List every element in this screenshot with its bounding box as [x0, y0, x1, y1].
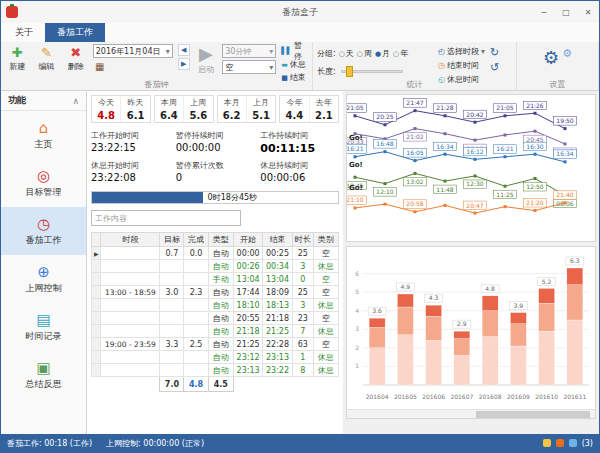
select-period-dropdown[interactable]: ◴ 选择时段 ▾	[438, 46, 485, 57]
tray-icon-orange[interactable]	[556, 439, 564, 447]
clock-icon: ◴	[438, 47, 445, 56]
table-row[interactable]: 13:00 - 18:593.02.3自动17:4418:0925空	[92, 286, 339, 299]
svg-text:20:42: 20:42	[466, 111, 483, 118]
row-selector[interactable]	[92, 260, 101, 273]
cell-done	[184, 299, 208, 312]
radio-week[interactable]: ○周	[357, 48, 372, 59]
sidebar-item-goals[interactable]: ◎ 目标管理	[1, 159, 86, 207]
svg-text:5.2: 5.2	[542, 278, 552, 285]
chart-scrollbar[interactable]	[347, 409, 595, 418]
column-header[interactable]: 时长	[292, 233, 313, 247]
prev-day-button[interactable]: ◀	[178, 44, 190, 56]
row-selector[interactable]	[92, 286, 101, 299]
sidebar-item-internet-control[interactable]: ⊕ 上网控制	[1, 255, 86, 303]
svg-text:21:40: 21:40	[556, 191, 573, 198]
table-row[interactable]: 自动00:2600:343休息	[92, 260, 339, 273]
cell-period	[101, 312, 160, 325]
row-selector[interactable]	[92, 299, 101, 312]
cell-done	[184, 260, 208, 273]
sidebar-item-pomodoro-work[interactable]: ◷ 番茄工作	[1, 207, 86, 255]
svg-text:4.8: 4.8	[485, 285, 495, 292]
table-row[interactable]: 自动20:5521:1823空	[92, 312, 339, 325]
cell-mins: 3	[292, 299, 313, 312]
row-selector[interactable]	[92, 338, 101, 351]
new-button[interactable]: ✚ 新建	[5, 44, 29, 79]
cell-end: 23:13	[263, 351, 292, 364]
settings-button[interactable]: ⚙ ⚙	[535, 44, 580, 79]
start-button[interactable]: ▶ 启动	[195, 44, 217, 79]
cell-goal	[160, 364, 184, 377]
svg-text:20:45: 20:45	[526, 136, 543, 143]
cell-type: 自动	[208, 364, 233, 377]
window-title: 番茄盒子	[1, 6, 599, 19]
table-row[interactable]: 自动21:1821:257休息	[92, 325, 339, 338]
svg-text:3: 3	[355, 325, 359, 332]
scrollbar-thumb[interactable]	[476, 411, 590, 418]
cell-start: 13:04	[233, 273, 262, 286]
delete-button[interactable]: ✖ 删除	[64, 44, 88, 79]
column-header[interactable]: 目标	[160, 233, 184, 247]
calendar-icon[interactable]: ▦	[93, 60, 107, 73]
work-content-input[interactable]	[91, 210, 241, 226]
svg-text:13:02: 13:02	[406, 178, 423, 185]
row-selector[interactable]	[92, 364, 101, 377]
column-header[interactable]: 开始	[233, 233, 262, 247]
task-select[interactable]: 空 ▾	[222, 60, 276, 74]
end-time-toggle[interactable]: ◷ 结束时间	[438, 60, 485, 71]
cell-mins: 63	[292, 338, 313, 351]
status-net: 上网控制: 00:00:00 (正常)	[106, 438, 204, 449]
row-selector[interactable]: ▶	[92, 247, 101, 260]
table-row[interactable]: 自动23:1323:228休息	[92, 364, 339, 377]
radio-day[interactable]: ○天	[339, 48, 354, 59]
cell-done	[184, 351, 208, 364]
tray-icon-blue[interactable]	[569, 439, 577, 447]
refresh-icon[interactable]: ↻	[490, 47, 499, 58]
rest-button[interactable]: ▬ 休息	[281, 59, 308, 70]
cell-goal	[160, 312, 184, 325]
pause-count: 0	[176, 172, 255, 183]
svg-text:21:10: 21:10	[347, 196, 364, 203]
svg-text:11:48: 11:48	[436, 186, 453, 193]
radio-month[interactable]: ●月	[375, 48, 390, 59]
cell-end: 18:09	[263, 286, 292, 299]
column-header[interactable]: 类型	[208, 233, 233, 247]
row-selector[interactable]	[92, 325, 101, 338]
bulb-icon[interactable]	[543, 439, 551, 447]
sidebar-item-review[interactable]: ▣ 总结反思	[1, 351, 86, 399]
table-row[interactable]: 自动18:1018:133休息	[92, 299, 339, 312]
cell-start: 23:12	[233, 351, 262, 364]
sidebar-item-time-log[interactable]: ▤ 时间记录	[1, 303, 86, 351]
column-header[interactable]: 结束	[263, 233, 292, 247]
slider-thumb[interactable]	[346, 66, 353, 77]
column-header[interactable]: 完成	[184, 233, 208, 247]
ribbon: ✚ 新建 ✎ 编辑 ✖ 删除 2016年11月04日 ▾ ▦ ◀ ▶	[1, 42, 599, 91]
svg-text:3.6: 3.6	[372, 307, 382, 314]
column-header[interactable]: 时段	[101, 233, 160, 247]
table-row[interactable]: ▶0.70.0自动00:0000:2525空	[92, 247, 339, 260]
ribbon-group-pomodoro: ✚ 新建 ✎ 编辑 ✖ 删除 2016年11月04日 ▾ ▦ ◀ ▶	[1, 42, 313, 90]
table-row[interactable]: 19:00 - 23:593.32.5自动21:2522:2863空	[92, 338, 339, 351]
sidebar-item-home[interactable]: ⌂ 主页	[1, 111, 86, 159]
summary-cards: 今天昨天 4.86.1 本周上周 6.45.6 本月上月 6.25.1 今年去年…	[91, 95, 339, 123]
next-day-button[interactable]: ▶	[178, 58, 190, 70]
tab-pomodoro-work[interactable]: 番茄工作	[45, 23, 105, 42]
pause-button[interactable]: ▌▌ 暂停	[281, 44, 308, 57]
cell-mins: 25	[292, 247, 313, 260]
duration-select[interactable]: 30分钟 ▾	[222, 44, 276, 58]
table-row[interactable]: 手动13:0413:040空	[92, 273, 339, 286]
undo-icon[interactable]: ↺	[490, 62, 499, 73]
column-header[interactable]: 类别	[313, 233, 338, 247]
chevron-down-icon: ▾	[269, 63, 273, 72]
collapse-icon[interactable]: ∧	[72, 96, 79, 106]
radio-year[interactable]: ○年	[393, 48, 408, 59]
cell-done	[184, 273, 208, 286]
row-selector[interactable]	[92, 312, 101, 325]
cell-type: 自动	[208, 325, 233, 338]
date-picker[interactable]: 2016年11月04日 ▾	[93, 44, 173, 58]
edit-button[interactable]: ✎ 编辑	[34, 44, 58, 79]
row-selector[interactable]	[92, 273, 101, 286]
row-selector[interactable]	[92, 351, 101, 364]
length-slider[interactable]	[341, 70, 403, 73]
tab-about[interactable]: 关于	[3, 23, 45, 42]
table-row[interactable]: 自动23:1223:131休息	[92, 351, 339, 364]
